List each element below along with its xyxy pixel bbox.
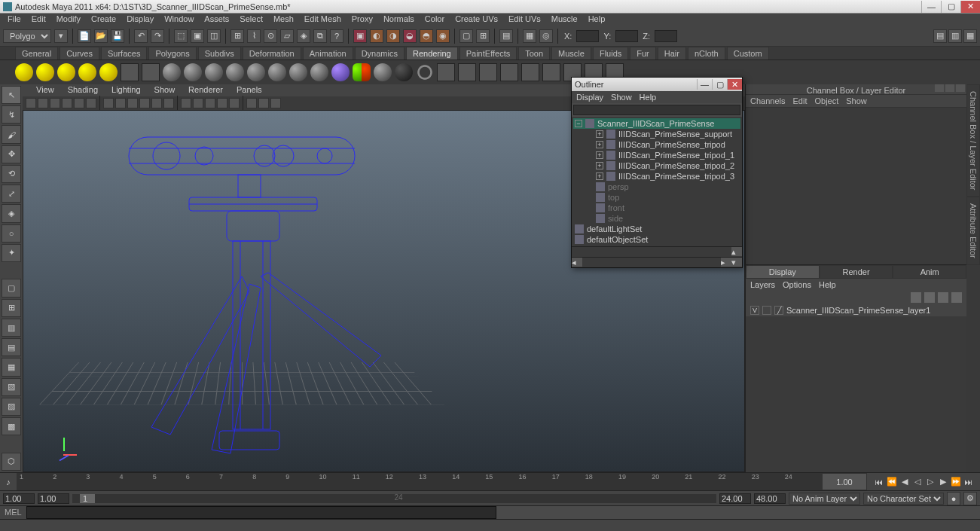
select-component-icon[interactable]: ◫ — [207, 29, 221, 43]
snap-live-icon[interactable]: ◈ — [297, 29, 310, 43]
menu-help[interactable]: Help — [584, 14, 610, 26]
vp-bookmark-icon[interactable] — [50, 98, 60, 108]
ipr-render-icon[interactable]: ◐ — [370, 29, 383, 43]
outliner-item[interactable]: defaultObjectSet — [573, 234, 740, 245]
layer-tab-display[interactable]: Display — [746, 265, 820, 279]
shelf-tab-rendering[interactable]: Rendering — [406, 47, 458, 60]
menu-window[interactable]: Window — [160, 14, 198, 26]
shelf-tab-deformation[interactable]: Deformation — [243, 47, 301, 60]
menu-create[interactable]: Create — [87, 14, 121, 26]
layout-graph-icon[interactable]: ▧ — [2, 378, 21, 396]
outliner-maximize-icon[interactable]: ▢ — [712, 79, 727, 90]
shelf-tab-painteffects[interactable]: PaintEffects — [459, 47, 517, 60]
layout-single-icon[interactable]: ▢ — [459, 29, 473, 43]
step-back-key-icon[interactable]: ⏪ — [887, 477, 897, 487]
expand-toggle-icon[interactable]: + — [596, 172, 603, 180]
select-object-icon[interactable]: ▣ — [191, 29, 204, 43]
menu-edit[interactable]: Edit — [27, 14, 50, 26]
batch-shelf-icon[interactable] — [500, 63, 518, 81]
range-start-outer-input[interactable] — [3, 493, 35, 504]
input-line-icon[interactable]: ▤ — [499, 29, 513, 43]
step-forward-frame-icon[interactable]: ▶ — [938, 477, 948, 487]
outliner-minimize-icon[interactable]: — — [697, 79, 712, 90]
layout-persp-icon[interactable]: ▢ — [2, 279, 21, 297]
shelf-tab-fluids[interactable]: Fluids — [593, 47, 628, 60]
snap-plane-icon[interactable]: ▱ — [280, 29, 294, 43]
vp-grid-icon[interactable] — [103, 98, 114, 108]
render-globals-icon[interactable] — [437, 63, 455, 81]
outliner-scroll-right-icon[interactable]: ▸ — [721, 258, 731, 267]
layer-menu-options[interactable]: Options — [783, 280, 811, 289]
expand-toggle-icon[interactable]: + — [596, 130, 603, 138]
texture-icon[interactable] — [142, 63, 160, 81]
close-button[interactable]: ✕ — [960, 1, 980, 13]
vp-film-gate-icon[interactable] — [115, 98, 126, 108]
shelf-tab-polygons[interactable]: Polygons — [148, 47, 196, 60]
shelf-tab-subdivs[interactable]: Subdivs — [198, 47, 241, 60]
outliner-item[interactable]: front — [573, 203, 740, 213]
open-scene-icon[interactable]: 📂 — [94, 29, 108, 43]
panel-toggle-3-icon[interactable] — [956, 84, 965, 92]
menu-color[interactable]: Color — [420, 14, 449, 26]
menu-normals[interactable]: Normals — [379, 14, 419, 26]
soft-mod-tool-icon[interactable]: ○ — [2, 224, 21, 243]
render-frame-icon[interactable]: ▣ — [353, 29, 367, 43]
save-scene-icon[interactable]: 💾 — [111, 29, 124, 43]
vp-xray-joints-icon[interactable] — [270, 98, 281, 108]
light-spot-icon[interactable] — [36, 63, 54, 81]
shader-phonge-icon[interactable] — [226, 63, 244, 81]
outliner-scroll-up-icon[interactable]: ▴ — [731, 247, 742, 256]
shelf-tab-surfaces[interactable]: Surfaces — [101, 47, 147, 60]
batch-render-icon[interactable]: ◉ — [436, 29, 450, 43]
vp-grease-icon[interactable] — [86, 98, 96, 108]
layout-script-icon[interactable]: ▩ — [2, 417, 21, 435]
expand-toggle-icon[interactable]: + — [596, 151, 603, 159]
undo-icon[interactable]: ↶ — [134, 29, 148, 43]
shader-shading-icon[interactable] — [374, 63, 392, 81]
layout-outliner-icon[interactable]: ▦ — [2, 358, 21, 376]
side-tab-channel-box[interactable]: Channel Box / Layer Editor — [966, 84, 980, 197]
command-lang-label[interactable]: MEL — [0, 506, 26, 519]
snap-point-icon[interactable]: ⊙ — [264, 29, 277, 43]
shader-half-green-icon[interactable] — [353, 63, 362, 81]
outliner-menu-show[interactable]: Show — [611, 93, 632, 102]
help-icon[interactable]: ? — [330, 29, 343, 43]
outliner-search-input[interactable] — [573, 105, 740, 115]
menu-set-selector[interactable]: Polygons — [3, 29, 51, 43]
outliner-item[interactable]: +IIIDScan_PrimeSense_tripod_2 — [573, 160, 740, 171]
layout-four-icon[interactable]: ⊞ — [476, 29, 490, 43]
move-tool-icon[interactable]: ✥ — [2, 145, 21, 163]
vp-wireframe-icon[interactable] — [181, 98, 191, 108]
dropdown-icon[interactable]: ▾ — [54, 29, 68, 43]
shelf-tab-fur[interactable]: Fur — [630, 47, 656, 60]
vp-menu-renderer[interactable]: Renderer — [182, 84, 229, 96]
universal-manip-icon[interactable]: ◈ — [2, 204, 21, 222]
outliner-item[interactable]: side — [573, 213, 740, 224]
layout-four-view-icon[interactable]: ⊞ — [2, 299, 21, 317]
render-region-icon[interactable]: ◑ — [386, 29, 400, 43]
shelf-tab-toon[interactable]: Toon — [518, 47, 550, 60]
shader-surface-icon[interactable] — [310, 63, 328, 81]
light-area-icon[interactable] — [99, 63, 118, 81]
remove-from-layer-icon[interactable] — [938, 292, 948, 303]
menu-muscle[interactable]: Muscle — [547, 14, 582, 26]
outliner-item[interactable]: −Scanner_IIIDScan_PrimeSense — [573, 118, 740, 129]
layout-two-stack-icon[interactable]: ▤ — [2, 338, 21, 356]
menu-file[interactable]: File — [3, 14, 26, 26]
select-hierarchy-icon[interactable]: ⬚ — [174, 29, 188, 43]
shader-half-red-icon[interactable] — [362, 63, 371, 81]
shader-phong-icon[interactable] — [205, 63, 223, 81]
vp-safe-action-icon[interactable] — [139, 98, 150, 108]
outliner-title-bar[interactable]: Outliner — ▢ ✕ — [572, 78, 742, 91]
light-point-icon[interactable] — [15, 63, 33, 81]
render-view-shelf-icon[interactable] — [479, 63, 497, 81]
cb-menu-edit[interactable]: Edit — [792, 96, 807, 105]
last-tool-icon[interactable]: ⬡ — [2, 453, 21, 471]
outliner-menu-display[interactable]: Display — [576, 93, 603, 102]
step-back-frame-icon[interactable]: ◀ — [899, 477, 910, 487]
expand-toggle-icon[interactable]: + — [596, 162, 603, 169]
shader-aniso-icon[interactable] — [247, 63, 265, 81]
scale-tool-icon[interactable]: ⤢ — [2, 185, 21, 203]
snap-grid-icon[interactable]: ⊞ — [230, 29, 244, 43]
vp-shadows-icon[interactable] — [229, 98, 240, 108]
